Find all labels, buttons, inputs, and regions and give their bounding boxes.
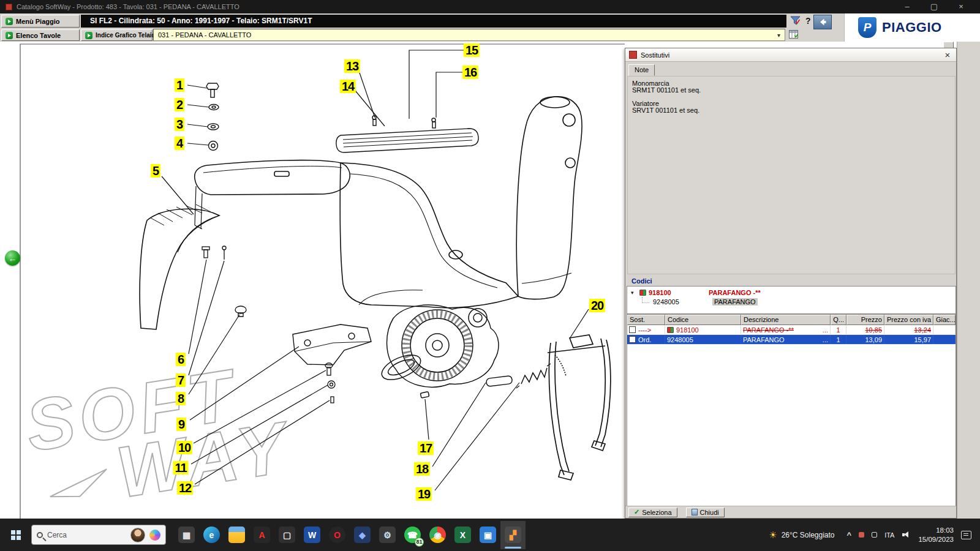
column-header-descrizione[interactable]: Descrizione <box>741 315 831 325</box>
excel-icon-glyph: X <box>454 527 471 543</box>
callout-13[interactable]: 13 <box>344 59 360 73</box>
column-header-prezzo-iva[interactable]: Prezzo con iva <box>884 315 933 325</box>
callout-8[interactable]: 8 <box>176 392 186 405</box>
taskbar-search[interactable]: Cerca <box>31 525 166 545</box>
word-icon[interactable]: W <box>300 521 325 549</box>
check-icon: ✓ <box>634 508 639 516</box>
fastener-parts <box>206 83 219 151</box>
tray-app-icon[interactable] <box>859 532 864 538</box>
panel-close-icon[interactable]: × <box>943 50 952 60</box>
callout-7[interactable]: 7 <box>176 373 186 387</box>
callout-2[interactable]: 2 <box>175 98 184 111</box>
minimize-icon[interactable]: – <box>894 0 921 13</box>
column-header-prezzo[interactable]: Prezzo <box>846 315 884 325</box>
app-window: Catalogo SoftWay - Prodotto: 483 - Tavol… <box>0 0 980 551</box>
back-button[interactable] <box>813 15 832 29</box>
callout-12[interactable]: 12 <box>177 481 193 495</box>
tree-child-desc: PARAFANGO <box>712 298 758 305</box>
menu-piaggio-button[interactable]: Menù Piaggio <box>1 15 80 28</box>
settings-icon[interactable]: ⚙ <box>375 521 400 549</box>
callout-3[interactable]: 3 <box>175 118 184 131</box>
seleziona-button[interactable]: ✓ Seleziona <box>628 508 677 517</box>
callout-9[interactable]: 9 <box>176 418 186 431</box>
right-gutter <box>957 42 980 519</box>
piaggio-shield-icon: P <box>858 17 876 38</box>
table-icon[interactable] <box>789 30 798 40</box>
callout-1[interactable]: 1 <box>175 78 184 92</box>
volume-icon[interactable] <box>902 531 911 539</box>
callout-18[interactable]: 18 <box>414 462 430 476</box>
piaggio-logo: P PIAGGIO <box>844 13 980 42</box>
help-icon[interactable]: ? <box>805 16 811 26</box>
codici-tree: ▾ 918100 PARAFANGO -** 9248005 PARAFANGO <box>627 286 956 314</box>
callout-16[interactable]: 16 <box>462 66 478 79</box>
catalog-app-icon[interactable]: ▞ <box>500 521 526 549</box>
callout-5[interactable]: 5 <box>151 164 160 178</box>
callout-14[interactable]: 14 <box>340 80 356 93</box>
indice-grafico-icon <box>85 32 92 39</box>
photos-icon[interactable]: ▣ <box>475 521 500 549</box>
column-header-codice[interactable]: Codice <box>665 315 741 325</box>
task-view-icon[interactable]: ▦ <box>174 521 199 549</box>
close-icon[interactable]: × <box>948 0 974 13</box>
action-center-icon[interactable] <box>961 531 971 539</box>
tray-device-icon[interactable] <box>872 532 877 538</box>
tree-caret-icon[interactable]: ▾ <box>631 290 637 296</box>
window-title: Catalogo SoftWay - Prodotto: 483 - Tavol… <box>17 3 239 10</box>
part-icon <box>639 290 646 296</box>
grid-row-superseded[interactable]: ----> 918100 PARAFANGO -** ... 1 10,85 1… <box>627 325 956 335</box>
tab-note[interactable]: Note <box>628 64 655 76</box>
language-indicator[interactable]: ITA <box>884 531 894 539</box>
more-dots[interactable]: ... <box>823 326 828 334</box>
opera-icon[interactable]: O <box>325 521 350 549</box>
chrome-icon[interactable]: ◉ <box>425 521 450 549</box>
row-checkbox[interactable] <box>629 336 636 343</box>
quantita-value: 1 <box>831 325 846 334</box>
tavola-dropdown[interactable]: 031 - PEDANA - CAVALLETTO ▾ <box>153 29 785 41</box>
callout-11[interactable]: 11 <box>173 461 188 474</box>
prezzo-value: 13,09 <box>846 335 884 344</box>
tree-parent-desc: PARAFANGO -** <box>709 289 761 296</box>
edge-icon[interactable]: e <box>199 521 224 549</box>
callout-6[interactable]: 6 <box>176 353 186 366</box>
excel-icon[interactable]: X <box>450 521 475 549</box>
elenco-tavole-label: Elenco Tavole <box>16 32 61 39</box>
tree-parent-row[interactable]: ▾ 918100 PARAFANGO -** <box>627 288 956 297</box>
chiudi-button[interactable]: Chiudi <box>686 508 725 517</box>
filter-icon[interactable] <box>790 15 801 27</box>
clock[interactable]: 18:03 15/09/2023 <box>918 526 954 544</box>
file-explorer-icon[interactable] <box>224 521 249 549</box>
maximize-icon[interactable]: ▢ <box>921 0 948 13</box>
row-checkbox[interactable] <box>629 326 636 333</box>
callout-20[interactable]: 20 <box>589 299 605 312</box>
dropdown-arrow-icon[interactable]: ▾ <box>777 32 780 39</box>
grid-row-selected[interactable]: Ord. 9248005 PARAFANGO ... 1 13,09 15,97 <box>627 335 956 345</box>
column-header-sost[interactable]: Sost. <box>627 315 665 325</box>
start-button[interactable] <box>2 521 29 549</box>
whatsapp-icon[interactable]: ☎81 <box>400 521 425 549</box>
elenco-tavole-button[interactable]: Elenco Tavole <box>1 29 80 41</box>
back-nav-button[interactable]: ← <box>5 250 20 266</box>
column-header-quantita[interactable]: Q... <box>831 315 846 325</box>
callout-10[interactable]: 10 <box>176 441 192 454</box>
teams-icon[interactable]: ◆ <box>350 521 375 549</box>
menu-piaggio-icon <box>6 18 13 25</box>
window-controls: – ▢ × <box>894 0 974 13</box>
tree-child-row[interactable]: 9248005 PARAFANGO <box>627 297 956 306</box>
acrobat-icon[interactable]: A <box>249 521 274 549</box>
callout-4[interactable]: 4 <box>175 137 184 150</box>
weather-widget[interactable]: ☀ 26°C Soleggiato <box>764 527 839 543</box>
piaggio-logo-text: PIAGGIO <box>882 20 942 36</box>
callout-17[interactable]: 17 <box>418 441 434 455</box>
photos-icon-glyph: ▣ <box>480 527 496 543</box>
indice-grafico-button[interactable]: Indice Grafico Telaio <box>81 29 153 41</box>
tray-chevron-icon[interactable]: ^ <box>847 530 852 539</box>
bracket-part <box>293 324 371 365</box>
word-icon-glyph: W <box>304 527 320 543</box>
search-highlights-icon <box>149 530 160 541</box>
more-dots[interactable]: ... <box>823 336 828 343</box>
column-header-giacenza[interactable]: Giac... <box>933 315 956 325</box>
callout-15[interactable]: 15 <box>464 43 480 57</box>
callout-19[interactable]: 19 <box>416 487 432 501</box>
notes-app-icon[interactable]: ▢ <box>274 521 300 549</box>
